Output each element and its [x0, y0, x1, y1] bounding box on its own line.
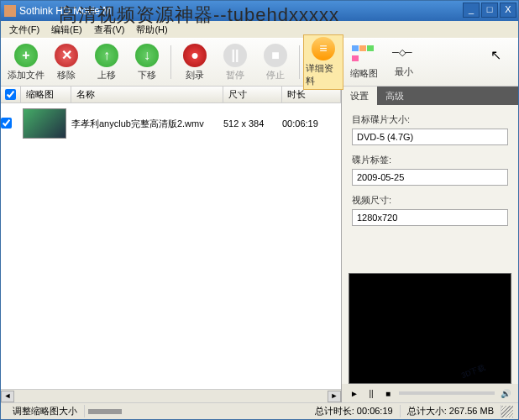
add-file-button[interactable]: +添加文件	[6, 42, 46, 83]
grid-icon	[352, 45, 375, 66]
col-thumb[interactable]: 缩略图	[21, 87, 71, 102]
tab-settings[interactable]: 设置	[342, 87, 377, 105]
target-disc-label: 目标碟片大小:	[352, 113, 508, 126]
target-disc-select[interactable]: DVD-5 (4.7G)	[352, 129, 508, 145]
pause-icon: ||	[223, 44, 247, 67]
stop-icon: ■	[264, 44, 287, 67]
disc-label-label: 碟片标签:	[352, 154, 508, 166]
total-time: 00:06:19	[357, 406, 393, 416]
panel-tabs: 设置 高级	[342, 87, 518, 105]
col-name[interactable]: 名称	[71, 87, 223, 102]
play-button[interactable]: ►	[349, 387, 360, 399]
video-thumbnail	[23, 108, 66, 139]
plus-icon: +	[14, 44, 38, 67]
app-icon	[4, 5, 16, 17]
total-time-label: 总计时长:	[315, 406, 354, 416]
list-body: 李孝利anyclub完整高清版2.wmv 512 x 384 00:06:19	[1, 103, 341, 389]
detail-view-button[interactable]: ≡详细资料	[303, 34, 343, 90]
move-up-button[interactable]: ↑上移	[86, 42, 127, 83]
min-button[interactable]: ─◇─最小	[384, 45, 424, 80]
record-icon: ●	[183, 44, 207, 67]
select-all-checkbox[interactable]	[5, 89, 16, 100]
arrow-up-icon: ↑	[95, 44, 118, 67]
arrow-down-icon: ↓	[135, 44, 159, 67]
file-list-panel: 缩略图 名称 尺寸 时长 李孝利anyclub完整高清版2.wmv 512 x …	[1, 87, 342, 402]
scroll-right-icon[interactable]: ►	[328, 391, 341, 402]
h-scrollbar[interactable]: ◄ ►	[1, 389, 341, 402]
player-stop-button[interactable]: ■	[382, 387, 394, 399]
toolbar: +添加文件 ✕移除 ↑上移 ↓下移 ●刻录 ||暂停 ■停止 ≡详细资料 缩略图…	[1, 38, 518, 87]
total-size: 267.56 MB	[449, 406, 494, 416]
record-button[interactable]: ●刻录	[175, 42, 215, 83]
volume-icon[interactable]: 🔊	[500, 387, 511, 399]
player-pause-button[interactable]: ||	[365, 387, 377, 399]
row-duration: 00:06:19	[282, 118, 341, 129]
overlay-banner: 高清视频资源神器--tubehdxxxxx	[59, 3, 339, 28]
col-size[interactable]: 尺寸	[223, 87, 282, 102]
video-size-label: 视频尺寸:	[352, 194, 508, 207]
tab-advanced[interactable]: 高级	[377, 87, 412, 105]
menu-file[interactable]: 文件(F)	[4, 22, 45, 38]
video-preview	[349, 273, 511, 384]
properties-panel: 设置 高级 目标碟片大小: DVD-5 (4.7G) 碟片标签: 2009-05…	[342, 87, 518, 402]
list-header: 缩略图 名称 尺寸 时长	[1, 87, 341, 103]
thumb-size-slider[interactable]	[88, 409, 122, 414]
table-row[interactable]: 李孝利anyclub完整高清版2.wmv 512 x 384 00:06:19	[1, 103, 341, 144]
close-button[interactable]: X	[500, 3, 516, 18]
resize-thumb-label: 调整缩略图大小	[6, 405, 85, 417]
disc-label-input[interactable]: 2009-05-25	[352, 169, 508, 186]
player-controls: ► || ■ 🔊	[342, 384, 518, 402]
stop-button: ■停止	[255, 42, 296, 83]
x-icon: ✕	[55, 44, 78, 67]
video-size-select[interactable]: 1280x720	[352, 209, 508, 226]
statusbar: 调整缩略图大小 总计时长: 00:06:19 总计大小: 267.56 MB	[1, 402, 518, 419]
seek-slider[interactable]	[399, 391, 495, 395]
scroll-left-icon[interactable]: ◄	[1, 391, 14, 402]
remove-button[interactable]: ✕移除	[46, 42, 86, 83]
maximize-button[interactable]: □	[481, 3, 498, 18]
move-down-button[interactable]: ↓下移	[127, 42, 167, 83]
row-size: 512 x 384	[223, 118, 282, 129]
thumb-view-button[interactable]: 缩略图	[343, 44, 384, 81]
resize-grip[interactable]	[501, 406, 513, 417]
total-size-label: 总计大小:	[407, 406, 447, 416]
detail-icon: ≡	[312, 37, 335, 60]
row-name: 李孝利anyclub完整高清版2.wmv	[71, 118, 223, 130]
minimize-button[interactable]: _	[463, 3, 480, 18]
slider-icon: ─◇─	[392, 47, 416, 64]
pause-button: ||暂停	[215, 42, 255, 83]
row-checkbox[interactable]	[1, 118, 12, 129]
cursor-icon: ↖	[490, 47, 501, 63]
